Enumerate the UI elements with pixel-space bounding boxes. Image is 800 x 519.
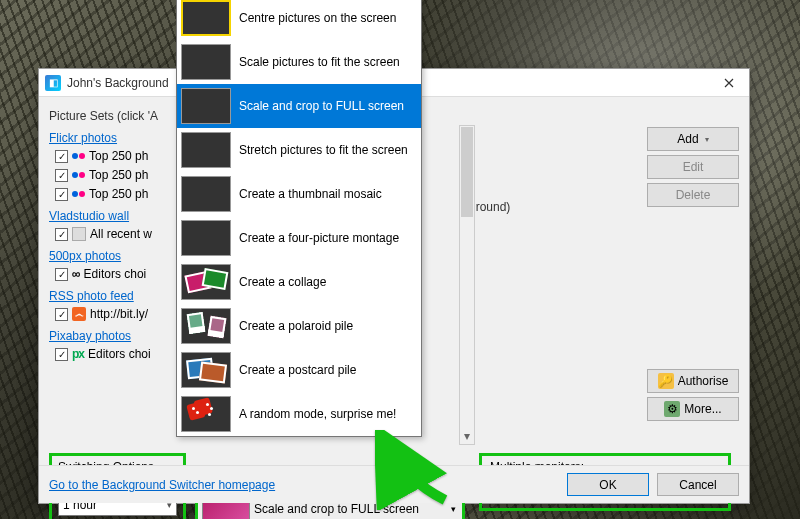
thumb-icon: [181, 44, 231, 80]
checkbox-icon[interactable]: ✓: [55, 228, 68, 241]
thumb-icon: [181, 88, 231, 124]
edit-button[interactable]: Edit: [647, 155, 739, 179]
ok-button[interactable]: OK: [567, 473, 649, 496]
thumb-icon: [181, 132, 231, 168]
item-label: Create a postcard pile: [239, 363, 356, 377]
more-button[interactable]: ⚙More...: [647, 397, 739, 421]
dropdown-item-four-montage[interactable]: Create a four-picture montage: [177, 216, 421, 260]
item-label: Create a polaroid pile: [239, 319, 353, 333]
flickr-icon: [72, 191, 85, 197]
item-label: Create a collage: [239, 275, 326, 289]
thumb-icon: [181, 396, 231, 432]
item-label: Top 250 ph: [89, 168, 148, 182]
item-label: Create a thumbnail mosaic: [239, 187, 382, 201]
vladstudio-icon: [72, 227, 86, 241]
checkbox-icon[interactable]: ✓: [55, 268, 68, 281]
side-buttons-lower: 🔑Authorise ⚙More...: [647, 369, 739, 421]
side-buttons: Add▾ Edit Delete: [647, 127, 739, 207]
item-label: Top 250 ph: [89, 187, 148, 201]
checkbox-icon[interactable]: ✓: [55, 348, 68, 361]
thumb-icon: [181, 220, 231, 256]
item-label: Editors choi: [84, 267, 147, 281]
close-icon: [724, 78, 734, 88]
thumb-icon: [181, 264, 231, 300]
checkbox-icon[interactable]: ✓: [55, 308, 68, 321]
chevron-down-icon: ▾: [705, 135, 709, 144]
scroll-thumb[interactable]: [461, 127, 473, 217]
list-scrollbar[interactable]: ▴ ▾: [459, 125, 475, 445]
flickr-icon: [72, 172, 85, 178]
dropdown-item-stretch[interactable]: Stretch pictures to fit the screen: [177, 128, 421, 172]
dropdown-item-scale-fit[interactable]: Scale pictures to fit the screen: [177, 40, 421, 84]
homepage-link[interactable]: Go to the Background Switcher homepage: [49, 478, 275, 492]
item-label: Centre pictures on the screen: [239, 11, 396, 25]
checkbox-icon[interactable]: ✓: [55, 169, 68, 182]
item-label: Stretch pictures to fit the screen: [239, 143, 408, 157]
item-label: Scale pictures to fit the screen: [239, 55, 400, 69]
pixabay-icon: px: [72, 347, 84, 361]
hint-suffix: ground): [469, 200, 510, 214]
close-button[interactable]: [709, 69, 749, 97]
500px-icon: ∞: [72, 267, 80, 281]
item-label: A random mode, surprise me!: [239, 407, 396, 421]
picture-mode-dropdown[interactable]: Centre pictures on the screen Scale pict…: [176, 0, 422, 437]
thumb-icon: [181, 0, 231, 36]
thumb-icon: [181, 308, 231, 344]
delete-button[interactable]: Delete: [647, 183, 739, 207]
item-label: Editors choi: [88, 347, 151, 361]
item-label: Create a four-picture montage: [239, 231, 399, 245]
dropdown-item-centre[interactable]: Centre pictures on the screen: [177, 0, 421, 40]
dropdown-item-polaroid[interactable]: Create a polaroid pile: [177, 304, 421, 348]
thumb-icon: [181, 352, 231, 388]
item-label: Scale and crop to FULL screen: [239, 99, 404, 113]
more-icon: ⚙: [664, 401, 680, 417]
dropdown-item-postcard[interactable]: Create a postcard pile: [177, 348, 421, 392]
thumb-icon: [181, 176, 231, 212]
authorise-button[interactable]: 🔑Authorise: [647, 369, 739, 393]
scroll-down-icon[interactable]: ▾: [460, 428, 474, 444]
app-icon: ◧: [45, 75, 61, 91]
annotation-arrow: [375, 430, 455, 513]
dropdown-item-scale-crop-full[interactable]: Scale and crop to FULL screen: [177, 84, 421, 128]
dropdown-item-collage[interactable]: Create a collage: [177, 260, 421, 304]
flickr-icon: [72, 153, 85, 159]
authorise-icon: 🔑: [658, 373, 674, 389]
item-label: http://bit.ly/: [90, 307, 148, 321]
rss-icon: ෴: [72, 307, 86, 321]
item-label: Top 250 ph: [89, 149, 148, 163]
dropdown-item-mosaic[interactable]: Create a thumbnail mosaic: [177, 172, 421, 216]
cancel-button[interactable]: Cancel: [657, 473, 739, 496]
checkbox-icon[interactable]: ✓: [55, 150, 68, 163]
item-label: All recent w: [90, 227, 152, 241]
add-button[interactable]: Add▾: [647, 127, 739, 151]
checkbox-icon[interactable]: ✓: [55, 188, 68, 201]
